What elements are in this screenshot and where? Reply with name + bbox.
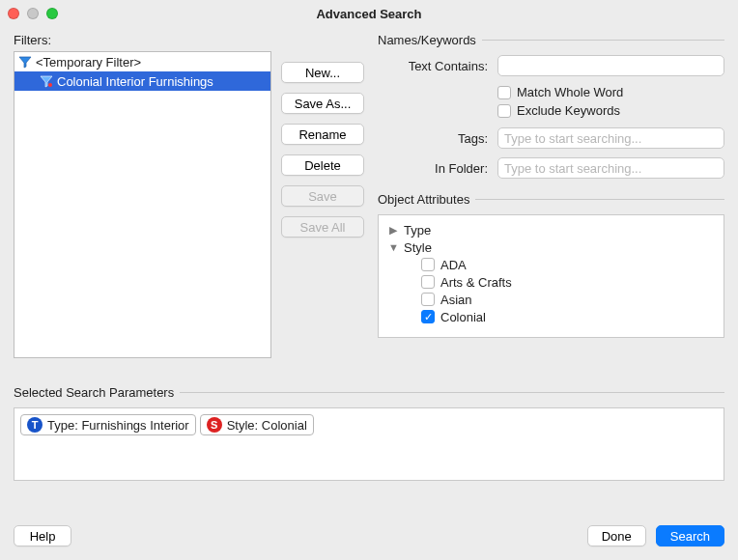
- minimize-icon: [27, 8, 39, 19]
- text-contains-input[interactable]: [497, 55, 724, 76]
- in-folder-input[interactable]: [497, 157, 724, 179]
- tags-label: Tags:: [378, 131, 497, 146]
- object-attributes-header: Object Attributes: [378, 192, 724, 207]
- window-title: Advanced Search: [0, 7, 738, 21]
- style-badge-icon: S: [207, 417, 222, 433]
- tree-row-asian[interactable]: Asian: [386, 291, 716, 308]
- filter-label: Colonial Interior Furnishings: [57, 74, 213, 89]
- content-area: Filters: <Temporary Filter>: [0, 27, 738, 560]
- window-controls: [8, 8, 58, 19]
- checkbox-icon[interactable]: [421, 275, 435, 289]
- param-chip-type[interactable]: T Type: Furnishings Interior: [20, 414, 196, 435]
- option-label: Asian: [440, 293, 472, 307]
- section-label: Selected Search Parameters: [14, 385, 174, 400]
- search-button[interactable]: Search: [656, 525, 724, 546]
- filter-row-colonial[interactable]: Colonial Interior Furnishings: [14, 71, 270, 91]
- checkbox-checked-icon[interactable]: [421, 310, 435, 323]
- done-button[interactable]: Done: [587, 525, 646, 546]
- tree-row-style[interactable]: ▼ Style: [386, 238, 716, 256]
- checkbox-icon[interactable]: [497, 86, 511, 99]
- type-badge-icon: T: [27, 417, 43, 433]
- delete-button[interactable]: Delete: [281, 154, 364, 176]
- parameters-box: T Type: Furnishings Interior S Style: Co…: [14, 407, 724, 481]
- chevron-down-icon[interactable]: ▼: [388, 241, 398, 253]
- save-all-button: Save All: [281, 216, 364, 238]
- section-label: Object Attributes: [378, 192, 469, 207]
- checkbox-icon[interactable]: [421, 293, 435, 306]
- tree-row-arts[interactable]: Arts & Crafts: [386, 273, 716, 291]
- text-contains-label: Text Contains:: [378, 59, 497, 73]
- checkbox-icon[interactable]: [421, 258, 435, 271]
- filter-icon: [18, 55, 32, 69]
- tree-row-ada[interactable]: ADA: [386, 256, 716, 273]
- filters-list[interactable]: <Temporary Filter> Colonial Interior Fur…: [14, 51, 271, 358]
- tree-label: Style: [404, 240, 432, 255]
- tree-row-colonial[interactable]: Colonial: [386, 308, 716, 325]
- selected-parameters-panel: Selected Search Parameters T Type: Furni…: [14, 385, 724, 481]
- exclude-keywords-row[interactable]: Exclude Keywords: [497, 103, 724, 118]
- chip-label: Style: Colonial: [227, 418, 307, 433]
- match-whole-label: Match Whole Word: [517, 85, 623, 99]
- criteria-panel: Names/Keywords Text Contains: Match Whol…: [378, 33, 724, 358]
- names-keywords-header: Names/Keywords: [378, 33, 724, 47]
- tree-row-type[interactable]: ▶ Type: [386, 221, 716, 238]
- maximize-icon[interactable]: [46, 8, 58, 19]
- filter-icon: [40, 74, 53, 88]
- option-label: ADA: [440, 258, 467, 272]
- filters-label: Filters:: [14, 33, 364, 47]
- checkbox-icon[interactable]: [497, 104, 511, 118]
- match-whole-word-row[interactable]: Match Whole Word: [497, 85, 724, 99]
- option-label: Arts & Crafts: [440, 275, 512, 290]
- chip-label: Type: Furnishings Interior: [47, 418, 189, 433]
- filter-button-column: New... Save As... Rename Delete Save Sav…: [281, 51, 364, 358]
- new-button[interactable]: New...: [281, 62, 364, 83]
- titlebar: Advanced Search: [0, 0, 738, 27]
- section-label: Names/Keywords: [378, 33, 476, 47]
- filter-label: <Temporary Filter>: [36, 55, 141, 70]
- save-button: Save: [281, 185, 364, 207]
- tags-input[interactable]: [497, 127, 724, 149]
- exclude-keywords-label: Exclude Keywords: [517, 103, 620, 118]
- save-as-button[interactable]: Save As...: [281, 93, 364, 114]
- close-icon[interactable]: [8, 8, 19, 19]
- footer: Help Done Search: [14, 516, 724, 546]
- param-chip-style[interactable]: S Style: Colonial: [200, 414, 314, 435]
- help-button[interactable]: Help: [14, 525, 71, 546]
- tree-label: Type: [404, 223, 431, 238]
- svg-point-0: [48, 83, 52, 87]
- chevron-right-icon[interactable]: ▶: [388, 224, 398, 237]
- attributes-tree[interactable]: ▶ Type ▼ Style ADA Arts & Crafts: [378, 214, 724, 338]
- filter-row-temp[interactable]: <Temporary Filter>: [14, 52, 270, 71]
- in-folder-label: In Folder:: [378, 161, 497, 176]
- option-label: Colonial: [440, 310, 486, 324]
- selected-parameters-header: Selected Search Parameters: [14, 385, 724, 400]
- rename-button[interactable]: Rename: [281, 124, 364, 145]
- advanced-search-window: Advanced Search Filters: <Temporary Filt…: [0, 0, 738, 560]
- filters-panel: Filters: <Temporary Filter>: [14, 33, 364, 358]
